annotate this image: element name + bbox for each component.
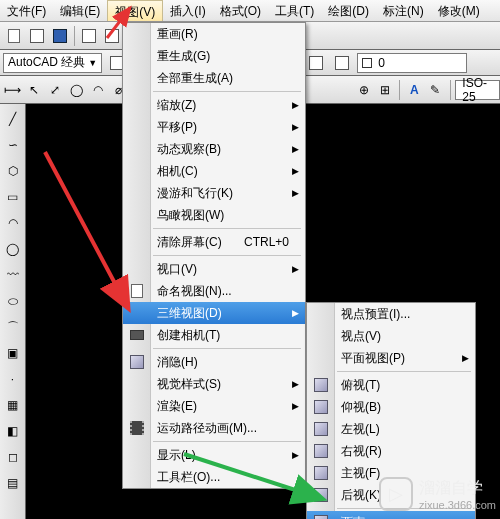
text-icon[interactable]: A [405,79,423,101]
menu-separator [153,228,301,229]
cube-icon [312,442,330,460]
menu-item[interactable]: 运动路径动画(M)... [123,417,305,439]
dim-edit-icon[interactable]: ✎ [426,79,444,101]
menu-item-label: 缩放(Z) [157,97,196,114]
menu-item[interactable]: 三维视图(D)▶ [123,302,305,324]
table-icon[interactable]: ▤ [2,472,24,494]
circle-icon[interactable]: ◯ [2,238,24,260]
menu-item[interactable]: 清除屏幕(C)CTRL+0 [123,231,305,253]
menubar-item[interactable]: 绘图(D) [321,0,376,21]
menu-item[interactable]: 视点(V) [307,325,475,347]
poly-icon[interactable]: ⬡ [2,160,24,182]
menu-item-label: 视觉样式(S) [157,376,221,393]
block-icon[interactable]: ▣ [2,342,24,364]
menubar-item[interactable]: 文件(F) [0,0,53,21]
view-menu: 重画(R)重生成(G)全部重生成(A)缩放(Z)▶平移(P)▶动态观察(B)▶相… [122,22,306,489]
layer-icon-a[interactable] [305,52,327,74]
submenu-arrow-icon: ▶ [462,353,469,363]
menu-item-label: 视点预置(I)... [341,306,410,323]
grad-icon[interactable]: ◧ [2,420,24,442]
menubar-item[interactable]: 编辑(E) [53,0,107,21]
open-icon[interactable] [26,25,48,47]
region-icon[interactable]: ◻ [2,446,24,468]
menu-item[interactable]: 视口(V)▶ [123,258,305,280]
menu-item-label: 仰视(B) [341,399,381,416]
draw-toolbar: ╱ ∽ ⬡ ▭ ◠ ◯ 〰 ⬭ ⌒ ▣ · ▦ ◧ ◻ ▤ [0,104,26,519]
layer-icon-b[interactable] [331,52,353,74]
workspace-combo[interactable]: AutoCAD 经典 ▼ [3,53,102,73]
play-icon: ▷ [379,477,413,511]
hatch-icon[interactable]: ▦ [2,394,24,416]
menu-item-label: 西南 [341,514,365,520]
dim4-icon[interactable]: ◯ [67,79,85,101]
save-icon[interactable] [49,25,71,47]
menu-item[interactable]: 工具栏(O)... [123,466,305,488]
menu-item[interactable]: 消隐(H) [123,351,305,373]
menu-item[interactable]: 创建相机(T) [123,324,305,346]
print-icon[interactable] [78,25,100,47]
menu-item[interactable]: 视点预置(I)... [307,303,475,325]
menu-item-label: 渲染(E) [157,398,197,415]
watermark: ▷ 溜溜自学 zixue.3d66.com [379,477,496,511]
dim1-icon[interactable]: ⟼ [3,79,22,101]
layer-combo[interactable]: 0 [357,53,467,73]
menu-item-label: 工具栏(O)... [157,469,220,486]
menu-item[interactable]: 渲染(E)▶ [123,395,305,417]
menu-item[interactable]: 相机(C)▶ [123,160,305,182]
dimstyle-label: ISO-25 [462,76,493,104]
dim8-icon[interactable]: ⊕ [355,79,373,101]
menu-item[interactable]: 俯视(T) [307,374,475,396]
menu-item[interactable]: 显示(L)▶ [123,444,305,466]
page-icon [128,282,146,300]
dimstyle-combo[interactable]: ISO-25 [455,80,500,100]
arc-icon[interactable]: ◠ [2,212,24,234]
line-icon[interactable]: ╱ [2,108,24,130]
menu-item-label: 动态观察(B) [157,141,221,158]
menubar-item[interactable]: 标注(N) [376,0,431,21]
menu-item-label: 相机(C) [157,163,198,180]
menubar-item[interactable]: 工具(T) [268,0,321,21]
menu-item[interactable]: 右视(R) [307,440,475,462]
spline-icon[interactable]: 〰 [2,264,24,286]
point-icon[interactable]: · [2,368,24,390]
preview-icon[interactable] [101,25,123,47]
dim5-icon[interactable]: ◠ [89,79,107,101]
menu-item[interactable]: 重生成(G) [123,45,305,67]
dim9-icon[interactable]: ⊞ [376,79,394,101]
new-icon[interactable] [3,25,25,47]
dim3-icon[interactable]: ⤢ [46,79,64,101]
cube-icon [312,420,330,438]
menu-item[interactable]: 全部重生成(A) [123,67,305,89]
menu-item[interactable]: 鸟瞰视图(W) [123,204,305,226]
menu-item[interactable]: 动态观察(B)▶ [123,138,305,160]
menu-item[interactable]: 仰视(B) [307,396,475,418]
ellipse-icon[interactable]: ⬭ [2,290,24,312]
menu-item-label: 俯视(T) [341,377,380,394]
menu-item[interactable]: 平移(P)▶ [123,116,305,138]
cube-icon [312,486,330,504]
menu-item[interactable]: 西南 [307,511,475,519]
submenu-arrow-icon: ▶ [292,166,299,176]
menu-item[interactable]: 视觉样式(S)▶ [123,373,305,395]
menu-item-label: 视口(V) [157,261,197,278]
menu-item[interactable]: 平面视图(P)▶ [307,347,475,369]
menu-item[interactable]: 命名视图(N)... [123,280,305,302]
menubar-item[interactable]: 修改(M) [431,0,487,21]
menu-item-label: 三维视图(D) [157,305,222,322]
menu-item-label: 左视(L) [341,421,380,438]
menu-item[interactable]: 重画(R) [123,23,305,45]
menu-item[interactable]: 漫游和飞行(K)▶ [123,182,305,204]
menubar-item[interactable]: 视图(V) [107,0,163,21]
pline-icon[interactable]: ∽ [2,134,24,156]
menu-separator [153,91,301,92]
menu-item[interactable]: 缩放(Z)▶ [123,94,305,116]
menubar-item[interactable]: 插入(I) [163,0,212,21]
menu-item-label: 重画(R) [157,26,198,43]
menu-item-label: 平面视图(P) [341,350,405,367]
menu-item-label: 清除屏幕(C) [157,234,222,251]
rect-icon[interactable]: ▭ [2,186,24,208]
dim2-icon[interactable]: ↖ [25,79,43,101]
menu-item[interactable]: 左视(L) [307,418,475,440]
menubar-item[interactable]: 格式(O) [213,0,268,21]
earc-icon[interactable]: ⌒ [2,316,24,338]
